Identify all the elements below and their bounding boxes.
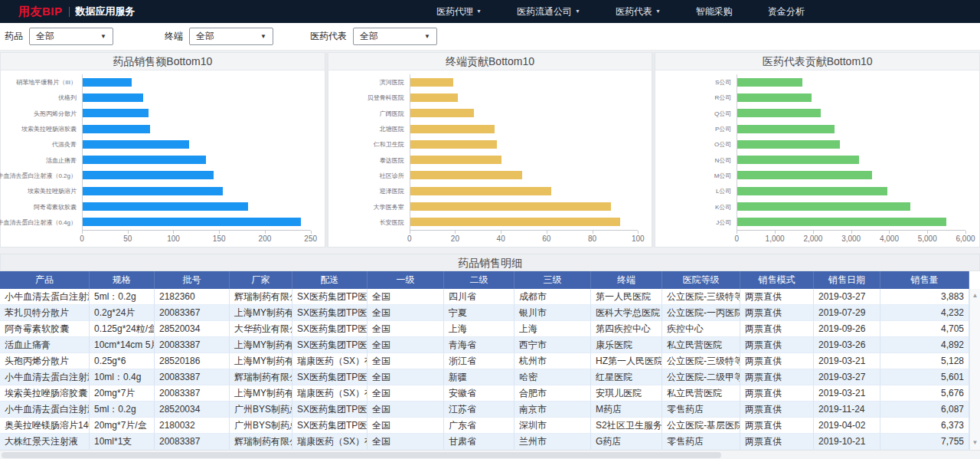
scroll-up-icon[interactable]: ▲ (970, 292, 980, 300)
table-column-header[interactable]: 销售模式 (740, 271, 814, 289)
table-cell: 5,128 (880, 353, 969, 369)
bar[interactable] (83, 156, 206, 164)
table-column-header[interactable]: 配送 (292, 271, 368, 289)
axis-spacer (332, 230, 410, 245)
nav-item-capital-analysis[interactable]: 资金分析 (768, 5, 805, 18)
vertical-scrollbar[interactable]: ▲ ▼ (969, 271, 980, 450)
table-column-header[interactable]: 一级 (368, 271, 444, 289)
bar[interactable] (410, 187, 552, 195)
table-column-header[interactable]: 医院等级 (662, 271, 740, 289)
nav-item-label: 资金分析 (768, 6, 805, 17)
bar[interactable] (737, 93, 812, 102)
table-column-header[interactable]: 终端 (591, 271, 662, 289)
table-column-header[interactable]: 批号 (155, 271, 230, 289)
bar[interactable] (737, 140, 840, 149)
bar-label: O公司 (658, 136, 737, 152)
bar-track (737, 198, 965, 214)
bar-label-text: 社区诊所 (380, 171, 404, 179)
bar-track (82, 183, 311, 198)
scrollbar-track[interactable]: ▲ ▼ (969, 289, 980, 450)
table-row[interactable]: 埃索美拉唑肠溶胶囊20mg*7片20083387上海MY制药有限...瑞康医药（… (0, 385, 969, 402)
bar[interactable] (737, 202, 910, 211)
table-cell: HZ第一人民医院 (591, 353, 662, 369)
bar[interactable] (83, 202, 248, 211)
table-cell: 活血止痛膏 (0, 337, 90, 353)
table-cell: 疾控中心 (662, 321, 740, 337)
table-cell: M药店 (591, 402, 662, 418)
nav-item-label: 医药代表 (616, 6, 652, 17)
bar[interactable] (83, 171, 214, 179)
bar[interactable] (737, 171, 872, 179)
table-row[interactable]: 小牛血清去蛋白注射液（...5ml：0.2g2182360辉瑞制药有限公司SX医… (0, 289, 969, 305)
nav-item-pharma-distribution[interactable]: 医药流通公司▼ (517, 5, 580, 18)
bar[interactable] (737, 156, 859, 164)
bar-label-text: 小牛血清去蛋白注射液（0.4g） (0, 218, 77, 226)
bar[interactable] (737, 125, 835, 133)
table-cell: 公立医院-基层医院 (662, 418, 740, 434)
bar-row: 伏格列 (4, 90, 311, 105)
bar[interactable] (410, 78, 454, 87)
table-row[interactable]: 奥美拉唑镁肠溶片140mg20mg*7片/盒2180032广州BYS制药总厂SX… (0, 418, 969, 434)
table-row[interactable]: 阿奇霉素软胶囊0.125g*24粒/盒28520034大华药业有限公司SX医药集… (0, 321, 969, 337)
table-column-header[interactable]: 厂家 (230, 271, 292, 289)
table-cell: 私立民营医院 (662, 337, 740, 353)
drug-select[interactable]: 全部▼ (29, 28, 113, 45)
table-cell: 两票直供 (740, 434, 814, 450)
nav-item-pharma-rep[interactable]: 医药代表▼ (616, 5, 661, 18)
nav-item-pharma-agent[interactable]: 医药代理▼ (436, 5, 482, 18)
bar-label-text: L公司 (716, 187, 731, 195)
bar[interactable] (83, 187, 223, 195)
table-cell: 4,705 (880, 321, 969, 337)
bar[interactable] (737, 187, 887, 195)
chart-card-3: 医药代表贡献Bottom10S公司R公司Q公司P公司O公司N公司M公司L公司K公… (655, 52, 980, 248)
table-row[interactable]: 活血止痛膏10cm*14cm 5片/盒20083387上海MY制药有限...SX… (0, 337, 969, 353)
horizontal-scrollbar-thumb[interactable] (2, 452, 721, 458)
table-row[interactable]: 苯扎贝特分散片0.2g*24片20083367上海MY制药有限...SX医药集团… (0, 305, 969, 321)
rep-select[interactable]: 全部▼ (353, 28, 437, 45)
nav-item-smart-procurement[interactable]: 智能采购 (696, 5, 733, 18)
table-row[interactable]: 小牛血清去蛋白注射液（...5ml：0.2g28520034广州BYS制药总厂S… (0, 402, 969, 418)
bar[interactable] (737, 218, 946, 226)
bar[interactable] (410, 93, 459, 102)
scroll-down-icon[interactable]: ▼ (970, 439, 980, 447)
table-cell: 4,892 (880, 337, 969, 353)
bar-row: 活血止痛膏 (4, 152, 311, 167)
bar[interactable] (737, 109, 821, 117)
horizontal-scrollbar[interactable] (0, 450, 980, 459)
bar-track (737, 152, 965, 167)
bar[interactable] (410, 171, 522, 179)
bar[interactable] (737, 78, 802, 87)
table-column-header[interactable]: 产品 (0, 271, 90, 289)
table-column-header[interactable]: 销售日期 (814, 271, 880, 289)
bar-row: 社区诊所 (332, 168, 639, 183)
bar[interactable] (83, 78, 132, 87)
table-column-header[interactable]: 规格 (90, 271, 155, 289)
bar[interactable] (83, 140, 189, 149)
table-cell: 6,087 (880, 402, 969, 418)
table-column-header[interactable]: 销售量 (880, 271, 969, 289)
bar[interactable] (83, 125, 150, 133)
axis-tick (311, 231, 312, 234)
table-column-header[interactable]: 二级 (444, 271, 514, 289)
table-cell: 成都市 (514, 289, 591, 305)
bar-track (82, 90, 311, 105)
table-column-header[interactable]: 三级 (514, 271, 591, 289)
table-row[interactable]: 小牛血清去蛋白注射液（...10ml：0.4g20083387辉瑞制药有限公司S… (0, 369, 969, 385)
bar[interactable] (410, 125, 495, 133)
bar[interactable] (410, 202, 611, 211)
bar[interactable] (410, 140, 497, 149)
table-cell: 第四疾控中心 (591, 321, 662, 337)
table-row[interactable]: 头孢丙烯分散片0.25g*628520186上海MY制药有限...瑞康医药（SX… (0, 353, 969, 369)
bar[interactable] (410, 156, 501, 164)
bar[interactable] (83, 109, 149, 117)
table-cell: 医科大学总医院 (591, 305, 662, 321)
bar[interactable] (410, 109, 474, 117)
bar[interactable] (410, 218, 620, 226)
bar[interactable] (83, 218, 301, 226)
bar[interactable] (83, 93, 143, 102)
chevron-down-icon: ▼ (260, 33, 266, 40)
bar-row: P公司 (658, 121, 965, 136)
table-row[interactable]: 大株红景天注射液10ml*1支20083387辉瑞制药有限公司瑞康医药（SX）有… (0, 434, 969, 450)
table-cell: 全国 (368, 321, 444, 337)
terminal-select[interactable]: 全部▼ (189, 28, 273, 45)
